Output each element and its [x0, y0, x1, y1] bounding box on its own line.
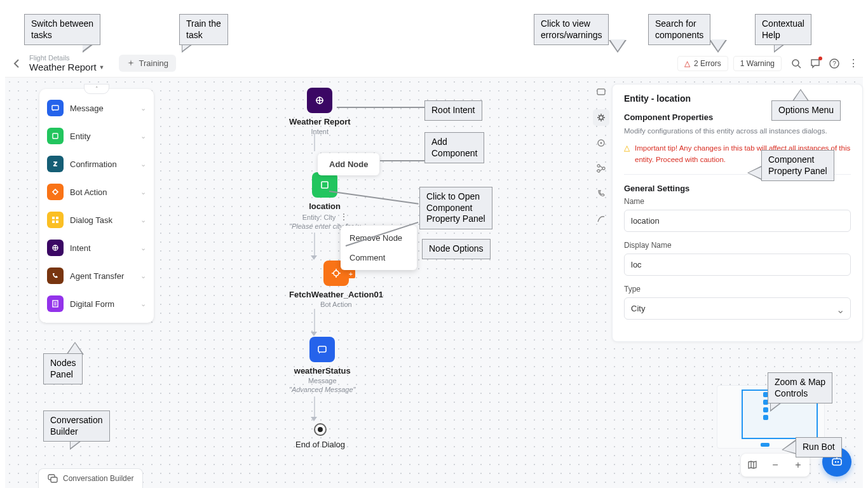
breadcrumb[interactable]: Flight Details Weather Report ▼ — [29, 54, 105, 72]
training-label: Training — [139, 58, 168, 68]
errors-count: 2 Errors — [694, 59, 721, 68]
message-icon — [309, 337, 335, 362]
svg-rect-8 — [56, 217, 58, 219]
nodes-panel-item-intent[interactable]: Intent ⌄ — [39, 234, 154, 262]
svg-point-18 — [599, 116, 603, 119]
node-title: Weather Report — [289, 117, 351, 126]
intent-icon — [47, 240, 64, 256]
training-button[interactable]: Training — [119, 55, 176, 72]
message-icon — [47, 100, 64, 116]
name-input[interactable] — [624, 210, 851, 232]
callout-root-intent: Root Intent — [424, 100, 482, 121]
nodes-panel-item-bot-action[interactable]: Bot Action ⌄ — [39, 178, 154, 206]
node-options-button[interactable]: ⋮ — [339, 214, 347, 219]
minimap-node — [763, 415, 768, 420]
sparkle-icon — [126, 59, 135, 68]
connector — [314, 396, 315, 419]
svg-rect-17 — [597, 89, 605, 95]
callout-add-component: Add Component — [424, 132, 484, 163]
intent-icon — [307, 88, 332, 113]
svg-point-15 — [334, 271, 339, 276]
agent-transfer-icon — [47, 268, 64, 284]
search-button[interactable] — [787, 54, 806, 73]
help-button[interactable]: ? — [825, 54, 844, 73]
component-property-panel: Entity - location Component Properties M… — [612, 84, 863, 342]
name-label: Name — [624, 197, 851, 206]
svg-line-1 — [798, 65, 801, 68]
ctx-comment[interactable]: Comment — [341, 248, 417, 268]
display-name-label: Display Name — [624, 241, 851, 250]
svg-point-6 — [53, 190, 57, 194]
rail-voice-icon[interactable] — [593, 186, 609, 202]
minimap-node — [763, 407, 768, 412]
help-icon: ? — [829, 58, 839, 69]
errors-chip[interactable]: △ 2 Errors — [677, 56, 728, 71]
notifications-button[interactable] — [806, 54, 825, 73]
rail-connections-icon[interactable] — [593, 160, 609, 177]
nodes-panel-item-agent-transfer[interactable]: Agent Transfer ⌄ — [39, 262, 154, 290]
svg-rect-5 — [53, 133, 58, 139]
svg-text:?: ? — [832, 60, 836, 67]
nodes-panel-item-message[interactable]: Message ⌄ — [39, 94, 154, 122]
callout-run-bot: Run Bot — [796, 437, 842, 458]
nodes-panel-item-dialog-task[interactable]: Dialog Task ⌄ — [39, 206, 154, 234]
flow-node-end[interactable]: End of Dialog — [295, 423, 345, 449]
flow-node-message[interactable]: weatherStatus Message "Advanced Message" — [289, 337, 355, 393]
type-select[interactable] — [624, 297, 851, 320]
node-title: weatherStatus — [294, 366, 351, 376]
callout-open-panel: Click to Open Component Property Panel — [419, 187, 492, 229]
node-subtitle: Message — [308, 377, 337, 384]
callout-zoom: Zoom & Map Controls — [768, 372, 832, 403]
callout-help: Contextual Help — [755, 14, 811, 45]
nodes-panel: ˄ Message ⌄ Entity ⌄ Confirmation ⌄ Bot … — [39, 89, 154, 323]
svg-rect-10 — [56, 220, 58, 223]
flow-node-entity[interactable]: location Entity: City ⋮ "Please enter ci… — [289, 172, 360, 230]
digital-form-icon — [47, 295, 64, 312]
collapse-panel-button[interactable]: ˄ — [84, 84, 109, 94]
callout-search: Search for components — [648, 14, 710, 45]
node-title: End of Dialog — [295, 440, 345, 449]
rail-settings-icon[interactable] — [593, 109, 609, 126]
top-bar: Flight Details Weather Report ▼ Training… — [5, 50, 863, 78]
general-settings-heading: General Settings — [624, 184, 851, 193]
nodes-panel-item-entity[interactable]: Entity ⌄ — [39, 122, 154, 150]
add-node-button[interactable]: Add Node — [318, 153, 379, 175]
chevron-down-icon: ▼ — [99, 64, 105, 71]
nodes-panel-item-digital-form[interactable]: Digital Form ⌄ — [39, 290, 154, 318]
entity-icon — [47, 128, 64, 144]
node-context-menu: Remove Node Comment — [341, 226, 417, 270]
rail-dialog-icon[interactable] — [593, 84, 609, 100]
map-toggle-button[interactable] — [741, 454, 764, 477]
flow-node-intent[interactable]: Weather Report Intent — [289, 88, 351, 135]
plus-icon[interactable]: + — [346, 269, 355, 278]
callout-view-errors: Click to view errors/warnings — [534, 14, 609, 45]
nodes-panel-item-confirmation[interactable]: Confirmation ⌄ — [39, 150, 154, 178]
back-button[interactable] — [8, 55, 25, 72]
svg-point-23 — [597, 170, 600, 172]
breadcrumb-title: Weather Report — [29, 62, 97, 72]
arrow-icon — [311, 417, 317, 421]
callout-options-menu: Options Menu — [771, 100, 841, 121]
display-name-input[interactable] — [624, 254, 851, 276]
svg-point-0 — [792, 60, 799, 66]
np-label: Confirmation — [70, 159, 134, 169]
svg-point-20 — [600, 142, 602, 144]
ctx-remove-node[interactable]: Remove Node — [341, 228, 417, 248]
callout-train-task: Train the task — [179, 14, 228, 45]
warnings-chip[interactable]: 1 Warning — [733, 56, 782, 71]
svg-rect-7 — [52, 217, 55, 219]
svg-point-22 — [602, 167, 605, 170]
svg-rect-4 — [52, 105, 58, 110]
right-rail — [592, 84, 611, 227]
more-button[interactable]: ⋮ — [844, 54, 863, 73]
rail-target-icon[interactable] — [593, 135, 609, 151]
warnings-count: 1 Warning — [740, 59, 775, 68]
rail-nlp-icon[interactable] — [593, 211, 609, 227]
add-node-label: Add Node — [329, 159, 368, 169]
node-subtitle: Bot Action — [320, 301, 352, 308]
conversation-builder-tab[interactable]: Conversation Builder — [38, 468, 143, 488]
callout-switch-tasks: Switch between tasks — [24, 14, 100, 45]
map-icon — [747, 460, 757, 470]
more-vert-icon: ⋮ — [848, 57, 858, 69]
callout-prop-panel: Component Property Panel — [761, 150, 834, 181]
